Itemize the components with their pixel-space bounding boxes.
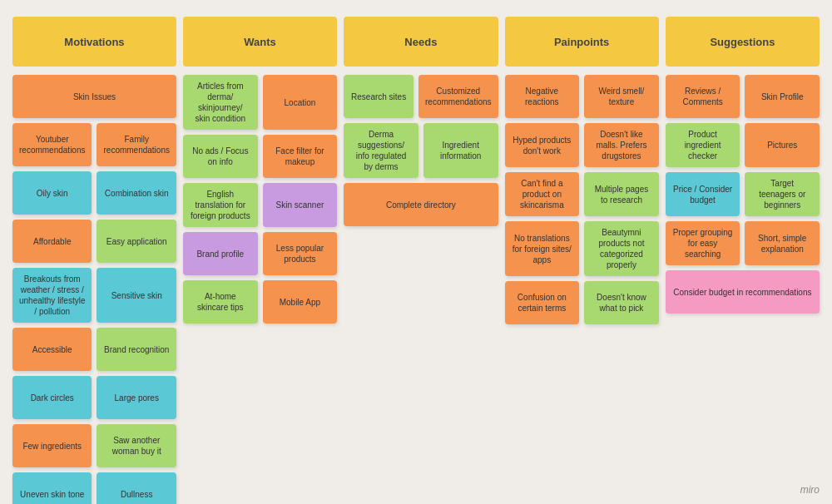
sticky-note: Reviews / Comments [666,75,740,118]
sticky-note: Doesn't like malls. Prefers drugstores [584,123,659,167]
sticky-note: No translations for foreign sites/ apps [505,221,580,276]
sticky-note: Articles from derma/ skinjourney/ skin c… [183,75,258,130]
sticky-row: Articles from derma/ skinjourney/ skin c… [183,75,337,130]
sticky-note: Accessible [12,328,92,371]
sticky-row: Price / Consider budgetTarget teenagers … [666,172,820,216]
miro-logo: miro [800,484,820,496]
sticky-row: Oily skinCombination skin [12,171,176,215]
sticky-note: Brand profile [183,232,258,275]
sticky-note: Oily skin [12,171,92,215]
sticky-note: Negative reactions [505,75,580,118]
sticky-note: Beautymni products not categorized prope… [584,221,659,276]
sticky-note: Short, simple explanation [745,221,820,265]
sticky-note: Pictures [745,123,820,167]
sticky-row: Derma suggestions/ info regulated by der… [344,123,498,178]
sticky-note: Dark circles [12,376,92,419]
sticky-note: Saw another woman buy it [97,424,176,467]
sticky-note: Few ingredients [12,424,92,467]
sticky-note: Complete directory [344,183,498,226]
sticky-row: AffordableEasy application [12,220,176,263]
sticky-note: Sensitive skin [97,268,176,323]
sticky-note: English translation for foreign products [183,183,258,227]
sticky-note: Confusion on certain terms [505,281,580,324]
sticky-note: Uneven skin tone [12,472,92,504]
sticky-note: Skin Issues [12,75,176,118]
sticky-note: Skin Profile [745,75,820,118]
sticky-note: Proper grouping for easy searching [666,221,740,265]
sticky-note: No ads / Focus on info [183,135,258,178]
sticky-row: Confusion on certain termsDoesn't know w… [505,281,659,324]
sticky-note: Can't find a product on skincarisma [505,172,580,216]
sticky-note: Affordable [12,220,92,263]
sticky-note: Multiple pages to research [584,172,659,216]
columns-container: MotivationsSkin IssuesYoutuber recommend… [8,8,824,504]
sticky-row: Uneven skin toneDullness [12,472,176,504]
sticky-row: Reviews / CommentsSkin Profile [666,75,820,118]
sticky-note: Weird smell/ texture [584,75,659,118]
sticky-note: Easy application [97,220,176,263]
column-painpoints: PainpointsNegative reactionsWeird smell/… [505,17,659,324]
sticky-note: Consider budget in recommendations [666,270,820,314]
sticky-note: Dullness [97,472,176,504]
board: MotivationsSkin IssuesYoutuber recommend… [0,0,832,504]
sticky-row: Brand profileLess popular products [183,232,337,275]
sticky-row: Research sitesCustomized recommendations [344,75,498,118]
sticky-note: Ingredient information [423,123,498,178]
sticky-note: Face filter for makeup [263,135,338,178]
column-motivations: MotivationsSkin IssuesYoutuber recommend… [12,17,176,504]
sticky-row: Dark circlesLarge pores [12,376,176,419]
sticky-note: Large pores [97,376,176,419]
sticky-row: Product ingredient checkerPictures [666,123,820,167]
sticky-row: At-home skincare tipsMobile App [183,280,337,324]
sticky-note: Location [263,75,338,130]
column-needs: NeedsResearch sitesCustomized recommenda… [344,17,498,226]
sticky-row: Negative reactionsWeird smell/ texture [505,75,659,118]
sticky-note: Family recommendations [97,123,176,166]
sticky-note: Mobile App [263,280,338,324]
sticky-row: No translations for foreign sites/ appsB… [505,221,659,276]
sticky-note: Research sites [344,75,414,118]
sticky-row: Proper grouping for easy searchingShort,… [666,221,820,265]
sticky-row: No ads / Focus on infoFace filter for ma… [183,135,337,178]
sticky-row: Few ingredientsSaw another woman buy it [12,424,176,467]
sticky-note: Skin scanner [263,183,338,227]
header-wants: Wants [183,17,337,67]
header-painpoints: Painpoints [505,17,659,67]
sticky-row: Can't find a product on skincarismaMulti… [505,172,659,216]
sticky-note: Price / Consider budget [666,172,740,216]
sticky-note: Product ingredient checker [666,123,740,167]
header-needs: Needs [344,17,498,67]
sticky-note: Youtuber recommendations [12,123,92,166]
sticky-note: Hyped products don't work [505,123,580,167]
sticky-note: Derma suggestions/ info regulated by der… [344,123,418,178]
sticky-note: Target teenagers or beginners [745,172,820,216]
sticky-row: Youtuber recommendationsFamily recommend… [12,123,176,166]
column-wants: WantsArticles from derma/ skinjourney/ s… [183,17,337,324]
sticky-row: AccessibleBrand recognition [12,328,176,371]
sticky-note: At-home skincare tips [183,280,258,324]
sticky-note: Less popular products [263,232,338,275]
sticky-note: Doesn't know what to pick [584,281,659,324]
column-suggestions: SuggestionsReviews / CommentsSkin Profil… [666,17,820,314]
header-motivations: Motivations [12,17,176,67]
sticky-note: Breakouts from weather / stress / unheal… [12,268,92,323]
sticky-row: English translation for foreign products… [183,183,337,227]
sticky-row: Hyped products don't workDoesn't like ma… [505,123,659,167]
sticky-note: Brand recognition [97,328,176,371]
sticky-note: Customized recommendations [418,75,498,118]
header-suggestions: Suggestions [666,17,820,67]
sticky-note: Combination skin [97,171,176,215]
sticky-row: Breakouts from weather / stress / unheal… [12,268,176,323]
